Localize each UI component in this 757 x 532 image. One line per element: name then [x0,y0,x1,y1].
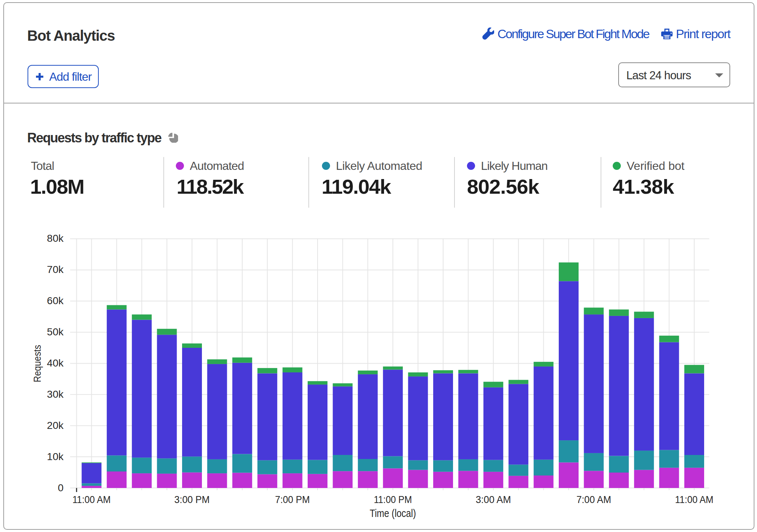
svg-text:7:00 PM: 7:00 PM [275,494,310,505]
svg-text:70k: 70k [47,264,64,275]
svg-text:50k: 50k [47,326,64,338]
svg-text:11:00 AM: 11:00 AM [675,494,713,505]
svg-text:40k: 40k [47,357,64,369]
svg-text:3:00 PM: 3:00 PM [174,494,210,505]
svg-text:Time (local): Time (local) [370,507,416,519]
svg-text:11:00 PM: 11:00 PM [374,494,412,505]
svg-text:80k: 80k [47,233,64,244]
svg-text:3:00 AM: 3:00 AM [476,494,511,505]
svg-text:10k: 10k [47,451,64,462]
svg-text:Requests: Requests [32,345,43,382]
svg-text:60k: 60k [47,295,64,306]
svg-text:0: 0 [58,482,64,493]
svg-text:20k: 20k [47,420,64,431]
svg-text:30k: 30k [47,389,64,400]
svg-text:7:00 AM: 7:00 AM [576,494,611,505]
svg-text:11:00 AM: 11:00 AM [72,494,111,505]
